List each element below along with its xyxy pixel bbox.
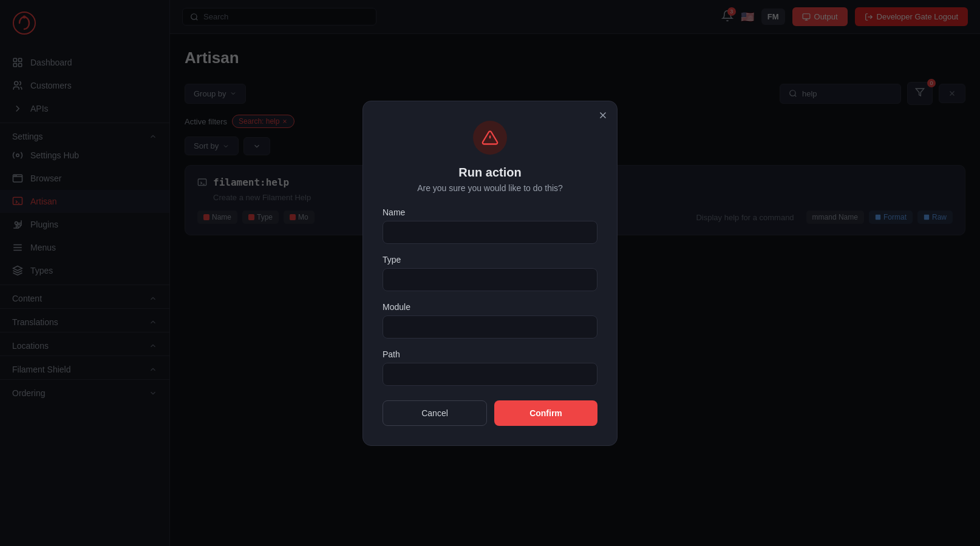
name-label: Name [383,207,597,217]
confirm-button[interactable]: Confirm [494,400,597,426]
modal-title: Run action [383,166,597,180]
alert-triangle-icon [481,129,499,146]
modal-subtitle: Are you sure you would like to do this? [383,183,597,193]
path-input[interactable] [383,363,597,386]
name-input[interactable] [383,221,597,244]
modal-icon-bg [473,121,507,155]
modal-overlay: Run action Are you sure you would like t… [0,0,980,546]
module-input[interactable] [383,315,597,339]
type-label: Type [383,255,597,265]
path-field: Path [383,349,597,386]
type-input[interactable] [383,268,597,291]
module-label: Module [383,302,597,312]
type-field: Type [383,255,597,291]
cancel-button[interactable]: Cancel [383,400,487,426]
path-label: Path [383,349,597,359]
module-field: Module [383,302,597,339]
modal-close-button[interactable] [597,110,608,124]
modal-actions: Cancel Confirm [383,400,597,426]
run-action-modal: Run action Are you sure you would like t… [362,101,618,446]
modal-icon-wrapper [383,121,597,155]
name-field: Name [383,207,597,244]
close-icon [597,110,608,121]
